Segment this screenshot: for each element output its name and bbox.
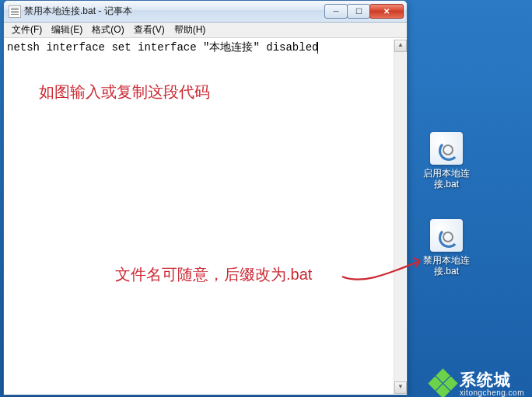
notepad-icon <box>9 5 21 18</box>
menu-help[interactable]: 帮助(H) <box>170 23 211 37</box>
menu-view[interactable]: 查看(V) <box>129 23 170 37</box>
editor-area[interactable]: netsh interface set interface "本地连接" dis… <box>4 38 407 395</box>
bat-file-icon <box>430 132 463 165</box>
titlebar[interactable]: 禁用本地连接.bat - 记事本 ─ ☐ ✕ <box>4 1 407 23</box>
editor-content[interactable]: netsh interface set interface "本地连接" dis… <box>7 40 405 393</box>
scroll-down-icon[interactable]: ▼ <box>394 381 407 394</box>
maximize-button[interactable]: ☐ <box>347 4 370 19</box>
watermark-cn: 系统城 <box>460 371 524 388</box>
vertical-scrollbar[interactable]: ▲ ▼ <box>394 40 406 394</box>
watermark: 系统城 xitongcheng.com <box>430 371 524 397</box>
desktop-icon-enable[interactable]: 启用本地连接.bat <box>416 132 477 190</box>
notepad-window: 禁用本地连接.bat - 记事本 ─ ☐ ✕ 文件(F) 编辑(E) 格式(O)… <box>3 0 408 395</box>
scroll-up-icon[interactable]: ▲ <box>394 40 407 52</box>
window-title: 禁用本地连接.bat - 记事本 <box>24 5 325 18</box>
close-button[interactable]: ✕ <box>369 4 404 19</box>
desktop-icon-label: 禁用本地连接.bat <box>416 255 477 277</box>
menu-file[interactable]: 文件(F) <box>7 23 47 37</box>
menu-edit[interactable]: 编辑(E) <box>47 23 87 37</box>
bat-file-icon <box>430 219 463 252</box>
menubar: 文件(F) 编辑(E) 格式(O) 查看(V) 帮助(H) <box>4 23 407 38</box>
minimize-button[interactable]: ─ <box>324 4 348 19</box>
desktop-icon-label: 启用本地连接.bat <box>416 168 477 190</box>
editor-text: netsh interface set interface "本地连接" dis… <box>7 41 318 54</box>
menu-format[interactable]: 格式(O) <box>87 23 128 37</box>
watermark-en: xitongcheng.com <box>460 388 524 397</box>
desktop-icon-disable[interactable]: 禁用本地连接.bat <box>416 219 477 277</box>
text-cursor <box>317 42 318 54</box>
watermark-logo-icon <box>430 371 457 397</box>
